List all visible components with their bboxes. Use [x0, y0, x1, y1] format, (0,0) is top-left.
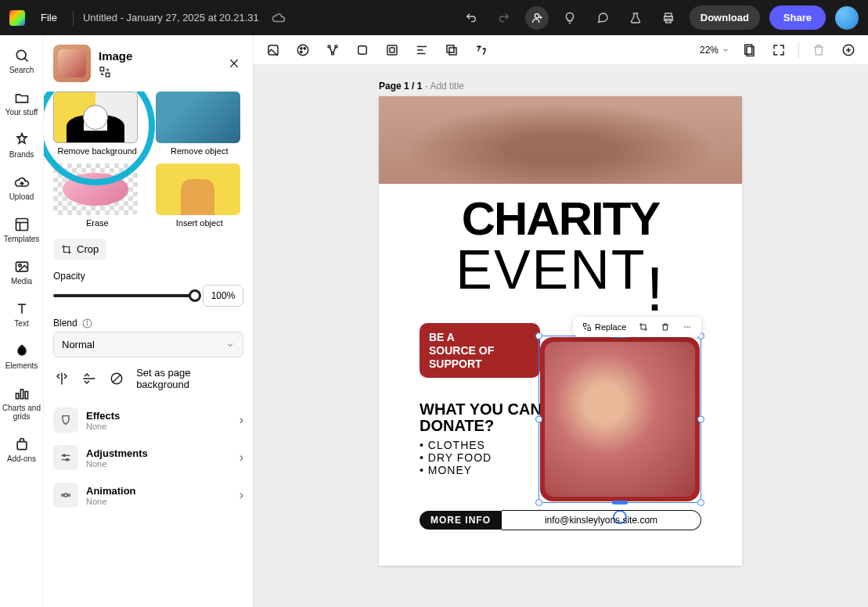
rail-elements[interactable]: Elements [0, 339, 43, 375]
svg-point-60 [687, 326, 689, 328]
fit-icon[interactable] [769, 40, 789, 60]
rail-label: Add-ons [7, 454, 36, 463]
action-label: Erase [86, 218, 109, 228]
share-button[interactable]: Share [769, 5, 826, 30]
print-icon[interactable] [657, 6, 680, 30]
support-box[interactable]: BE A SOURCE OF SUPPORT [420, 323, 540, 378]
insert-object-action[interactable]: Insert object [156, 163, 244, 228]
remove-background-action[interactable]: Remove background [53, 92, 142, 156]
image-tool-icon[interactable] [263, 40, 283, 60]
undo-button[interactable] [459, 6, 483, 30]
more-info-bar[interactable]: MORE INFO info@kinsleylyons.site.com [420, 509, 701, 531]
svg-rect-36 [268, 45, 278, 55]
user-avatar[interactable] [835, 6, 859, 30]
app-logo[interactable] [9, 10, 25, 26]
svg-point-13 [18, 264, 20, 267]
rect-tool-icon[interactable] [352, 40, 373, 60]
zoom-control[interactable]: 22% [700, 45, 729, 56]
effects-row[interactable]: EffectsNone › [53, 401, 243, 439]
flip-horizontal-button[interactable] [53, 370, 70, 387]
rail-text[interactable]: Text [0, 296, 43, 332]
crop-icon [61, 244, 72, 255]
add-page-icon[interactable] [838, 40, 859, 60]
canvas-area: 22% Page 1 / 1 - Add title CHARITY EVENT… [254, 35, 868, 607]
text-icon [14, 301, 30, 317]
selection-outline[interactable] [538, 336, 701, 503]
resize-handle[interactable] [697, 499, 704, 506]
info-icon[interactable] [82, 318, 92, 329]
hint-icon[interactable] [558, 6, 582, 30]
rail-brands[interactable]: Brands [0, 128, 43, 163]
rail-your-stuff[interactable]: Your stuff [0, 85, 43, 121]
close-panel-button[interactable] [225, 54, 243, 73]
align-tool-icon[interactable] [412, 40, 432, 60]
rail-templates[interactable]: Templates [0, 212, 43, 248]
color-tool-icon[interactable] [293, 40, 313, 60]
replace-button[interactable]: Replace [579, 321, 629, 333]
rail-media[interactable]: Media [0, 254, 43, 290]
rail-addons[interactable]: Add-ons [0, 432, 43, 468]
stack-tool-icon[interactable] [441, 40, 462, 60]
selected-image-thumb[interactable] [53, 45, 91, 82]
svg-rect-17 [20, 390, 23, 399]
translate-tool-icon[interactable] [471, 40, 492, 60]
top-bar: File Untitled - January 27, 2025 at 20.2… [0, 0, 868, 35]
blend-label: Blend [53, 318, 243, 329]
rail-upload[interactable]: Upload [0, 170, 43, 206]
headline-charity[interactable]: CHARITY [379, 192, 742, 246]
download-button[interactable]: Download [690, 5, 760, 30]
file-menu[interactable]: File [34, 7, 63, 28]
crop-icon [639, 322, 648, 332]
resize-handle[interactable] [535, 416, 542, 423]
rail-label: Elements [5, 361, 38, 370]
rail-charts[interactable]: Charts and grids [0, 381, 43, 426]
comment-icon[interactable] [591, 6, 614, 30]
more-mini-button[interactable] [679, 321, 695, 333]
folder-icon [14, 90, 30, 106]
adjustments-row[interactable]: AdjustmentsNone › [53, 439, 243, 476]
pages-icon[interactable] [739, 40, 759, 60]
chevron-down-icon [722, 46, 729, 54]
animation-icon [59, 489, 72, 501]
page-bg-label[interactable]: Set as page background [136, 367, 243, 390]
svg-rect-51 [449, 48, 456, 55]
opacity-slider[interactable] [53, 294, 195, 297]
ai-swap-icon[interactable] [99, 66, 217, 78]
search-icon [14, 48, 30, 63]
erase-action[interactable]: Erase [53, 163, 142, 228]
delete-icon[interactable] [809, 40, 829, 60]
canvas-stage[interactable]: Page 1 / 1 - Add title CHARITY EVENT! BE… [254, 65, 868, 607]
opacity-value[interactable]: 100% [203, 285, 243, 307]
frame-tool-icon[interactable] [382, 40, 402, 60]
rail-search[interactable]: Search [0, 43, 43, 79]
cloud-icon [272, 11, 286, 25]
redo-button[interactable] [492, 6, 516, 30]
headline-event[interactable]: EVENT! [379, 246, 742, 308]
svg-point-40 [301, 51, 302, 52]
animation-row[interactable]: AnimationNone › [53, 476, 243, 514]
crop-button[interactable]: Crop [53, 239, 106, 260]
svg-rect-21 [106, 73, 110, 77]
page-indicator[interactable]: Page 1 / 1 - Add title [379, 81, 464, 92]
flip-vertical-button[interactable] [81, 370, 97, 387]
left-rail: Search Your stuff Brands Upload Template… [0, 35, 44, 607]
resize-handle[interactable] [535, 332, 542, 339]
resize-handle[interactable] [535, 499, 542, 506]
chevron-right-icon: › [240, 488, 243, 502]
delete-mini-button[interactable] [657, 321, 673, 333]
resize-handle[interactable] [612, 501, 628, 505]
document-title[interactable]: Untitled - January 27, 2025 at 20.21.31 [83, 12, 259, 23]
svg-rect-58 [588, 328, 591, 331]
crop-mini-button[interactable] [636, 321, 651, 333]
beaker-icon[interactable] [624, 6, 647, 30]
invite-icon[interactable] [525, 6, 549, 30]
design-page[interactable]: CHARITY EVENT! BE A SOURCE OF SUPPORT WH… [379, 96, 742, 566]
no-background-button[interactable] [109, 370, 125, 387]
svg-point-7 [16, 50, 26, 59]
effects-icon [59, 414, 72, 426]
blend-select[interactable]: Normal [53, 332, 243, 357]
resize-handle[interactable] [697, 416, 704, 423]
remove-object-action[interactable]: Remove object [156, 92, 244, 156]
nodes-tool-icon[interactable] [322, 40, 343, 60]
hero-image[interactable] [379, 96, 742, 184]
